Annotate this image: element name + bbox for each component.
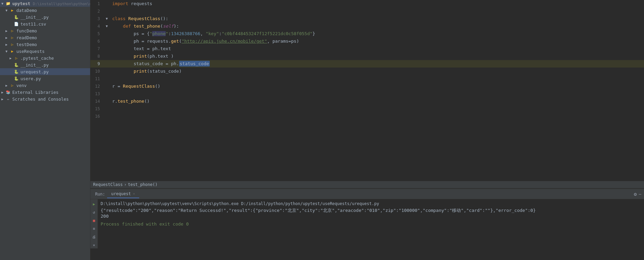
folder-icon: ▷: [10, 83, 15, 88]
run-output-json: {"resultcode":"200","reason":"Return Suc…: [101, 207, 641, 214]
folder-label-ext: External Libraries: [12, 90, 58, 95]
sidebar-item-useRequests[interactable]: ▼ ▶ useRequests: [0, 48, 90, 55]
code-line-11: 11: [90, 75, 644, 83]
fold-arrow: [104, 68, 109, 75]
print-icon[interactable]: 🖨: [91, 233, 98, 240]
stop-icon[interactable]: ■: [91, 217, 98, 224]
sidebar-item-funcDemo[interactable]: ▶ ▷ funcDemo: [0, 27, 90, 34]
sidebar-item-testDemo[interactable]: ▶ ▷ testDemo: [0, 41, 90, 48]
py-icon: 🐍: [14, 69, 19, 74]
scratch-icon: ✏️: [5, 96, 11, 102]
fold-arrow: [104, 38, 109, 45]
minimize-icon[interactable]: —: [639, 192, 641, 197]
rerun-icon[interactable]: ↺: [91, 209, 98, 216]
file-label-csv: test11.csv: [20, 21, 46, 27]
line-content: class RequestClass():: [109, 15, 644, 23]
line-content: [109, 75, 644, 83]
tab-close-icon[interactable]: ✕: [133, 192, 135, 196]
fold-arrow: [104, 90, 109, 98]
line-number: 9: [90, 60, 104, 68]
chevron-down-icon: ▼: [5, 49, 10, 53]
line-number: 6: [90, 38, 104, 45]
sidebar-item-venv[interactable]: ▶ ▷ venv: [0, 82, 90, 89]
panel-side-icons: ▶ ↺ ■ ≡ 🖨 ✕: [90, 199, 98, 248]
chevron-right-icon: ▶: [1, 97, 5, 101]
line-content: print(status_code): [109, 68, 644, 75]
panel-header-right: ⚙ —: [634, 191, 641, 197]
line-number: 8: [90, 53, 104, 60]
close-panel-icon[interactable]: ✕: [91, 242, 98, 248]
settings-icon[interactable]: ⚙: [634, 191, 636, 197]
breadcrumb: RequestClass › test_phone(): [90, 181, 644, 188]
code-editor[interactable]: 1 import requests 2 3 ▼ class RequestCla…: [90, 0, 644, 181]
panel-tab-urequest[interactable]: urequest ✕: [107, 190, 139, 198]
line-content: import requests: [109, 0, 644, 8]
sidebar-item-pytest-cache[interactable]: ▶ ▷ .pytest_cache: [0, 55, 90, 61]
breadcrumb-method[interactable]: test_phone(): [128, 182, 158, 187]
folder-label-cache: .pytest_cache: [20, 56, 54, 61]
sidebar-item-csv[interactable]: 📄 test11.csv: [0, 20, 90, 27]
sidebar-item-init-data[interactable]: 🐍 __init__.py: [0, 14, 90, 20]
bottom-panel: Run: urequest ✕ ⚙ — ▶ ↺ ■ ≡ 🖨: [90, 188, 644, 260]
chevron-down-icon: ▼: [5, 9, 10, 12]
sidebar-item-external-libs[interactable]: ▶ 📚 External Libraries: [0, 89, 90, 96]
line-number: 10: [90, 68, 104, 75]
chevron-right-icon: ▶: [5, 29, 10, 33]
line-content: print(ph.text ): [109, 53, 644, 60]
sidebar-item-scratches[interactable]: ▶ ✏️ Scratches and Consoles: [0, 96, 90, 102]
tab-label: urequest: [111, 191, 131, 196]
sidebar-item-init[interactable]: 🐍 __init__.py: [0, 61, 90, 68]
fold-arrow: ▼: [104, 15, 109, 23]
breadcrumb-separator: ›: [124, 182, 127, 187]
code-line-10: 10 print(status_code): [90, 68, 644, 75]
line-content: [109, 8, 644, 15]
line-number: 11: [90, 75, 104, 83]
chevron-right-icon: ▶: [5, 36, 10, 40]
chevron-right-icon: ▶: [5, 43, 10, 46]
chevron-right-icon: ▶: [10, 56, 14, 60]
sidebar-item-usere[interactable]: 🐍 usere.py: [0, 75, 90, 82]
folder-icon: ▷: [10, 42, 15, 47]
sidebar-item-dataDemo[interactable]: ▼ ▶ dataDemo: [0, 7, 90, 14]
folder-label-test: testDemo: [16, 42, 37, 47]
folder-icon: ▶: [10, 8, 15, 13]
fold-arrow: [104, 105, 109, 113]
fold-arrow: [104, 53, 109, 60]
fold-arrow: [104, 60, 109, 68]
run-label: Run:: [93, 191, 107, 197]
chevron-right-icon: ▶: [5, 84, 10, 87]
fold-arrow: [104, 30, 109, 38]
line-number: 5: [90, 30, 104, 38]
code-line-8: 8 print(ph.text ): [90, 53, 644, 60]
line-number: 3: [90, 15, 104, 23]
file-label-usere: usere.py: [20, 76, 41, 81]
line-content: [109, 90, 644, 98]
sidebar-item-readDemo[interactable]: ▶ ▷ readDemo: [0, 34, 90, 41]
line-content: ps = {"phone":13426388766, "key":"c0bf44…: [109, 30, 644, 38]
run-process-msg: Process finished with exit code 0: [101, 221, 641, 227]
sidebar-item-urequest[interactable]: 🐍 urequest.py: [0, 68, 90, 75]
line-content: def test_phone(self):: [109, 23, 644, 30]
run-icon[interactable]: ▶: [91, 201, 98, 207]
code-line-2: 2: [90, 8, 644, 15]
scroll-icon[interactable]: ≡: [91, 225, 98, 232]
sidebar: ▼ 📁 upytest D:\install\python\python\upy…: [0, 0, 90, 260]
file-label-urequest: urequest.py: [20, 69, 49, 74]
breadcrumb-class[interactable]: RequestClass: [93, 182, 123, 187]
folder-icon: ▷: [10, 35, 15, 40]
fold-arrow: [104, 8, 109, 15]
code-line-5: 5 ps = {"phone":13426388766, "key":"c0bf…: [90, 30, 644, 38]
project-path: D:\install\python\python\upytest: [33, 2, 90, 6]
fold-arrow: [104, 75, 109, 83]
line-number: 16: [90, 113, 104, 120]
line-number: 12: [90, 83, 104, 90]
fold-arrow: [104, 0, 109, 8]
library-icon: 📚: [5, 89, 11, 95]
project-root[interactable]: ▼ 📁 upytest D:\install\python\python\upy…: [0, 0, 90, 7]
fold-arrow: ▼: [104, 23, 109, 30]
folder-label-useRequests: useRequests: [16, 49, 45, 54]
line-number: 1: [90, 0, 104, 8]
folder-label-read: readDemo: [16, 35, 37, 40]
folder-label-venv: venv: [16, 83, 27, 88]
folder-icon: ▷: [14, 55, 19, 61]
